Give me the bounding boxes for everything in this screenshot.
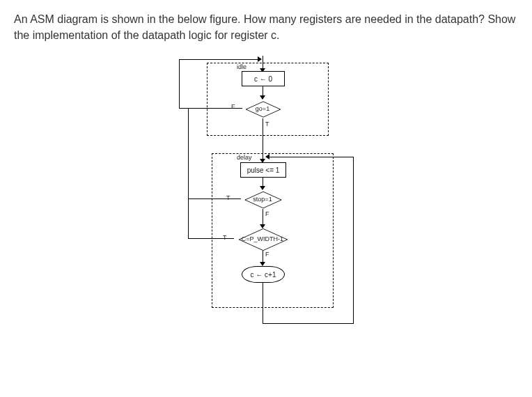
action-c-zero-text: c ← 0 xyxy=(254,75,272,83)
edge-width-F: F xyxy=(265,251,269,258)
edge-stop-T: T xyxy=(226,194,230,201)
action-c-zero: c ← 0 xyxy=(242,71,285,86)
state-delay-label: delay xyxy=(237,154,252,161)
question-text: An ASM diagram is shown in the below fig… xyxy=(14,11,518,43)
edge-go-F: F xyxy=(231,103,235,110)
edge-stop-F: F xyxy=(265,210,269,217)
edge-width-T: T xyxy=(223,234,227,241)
decision-go-label: go=1 xyxy=(256,105,269,112)
cond-action-c-inc-text: c ← c+1 xyxy=(251,271,276,279)
decision-width: C=P_WIDTH-1 xyxy=(233,228,292,249)
decision-go: go=1 xyxy=(242,99,283,118)
decision-width-label: C=P_WIDTH-1 xyxy=(242,235,283,242)
edge-go-T: T xyxy=(265,120,269,127)
state-idle-label: idle xyxy=(237,63,247,70)
cond-action-c-inc: c ← c+1 xyxy=(242,266,285,283)
decision-stop-label: stop=1 xyxy=(253,196,272,203)
output-pulse-text: pulse <= 1 xyxy=(247,166,280,174)
output-pulse: pulse <= 1 xyxy=(240,162,286,178)
decision-stop: stop=1 xyxy=(240,189,285,209)
